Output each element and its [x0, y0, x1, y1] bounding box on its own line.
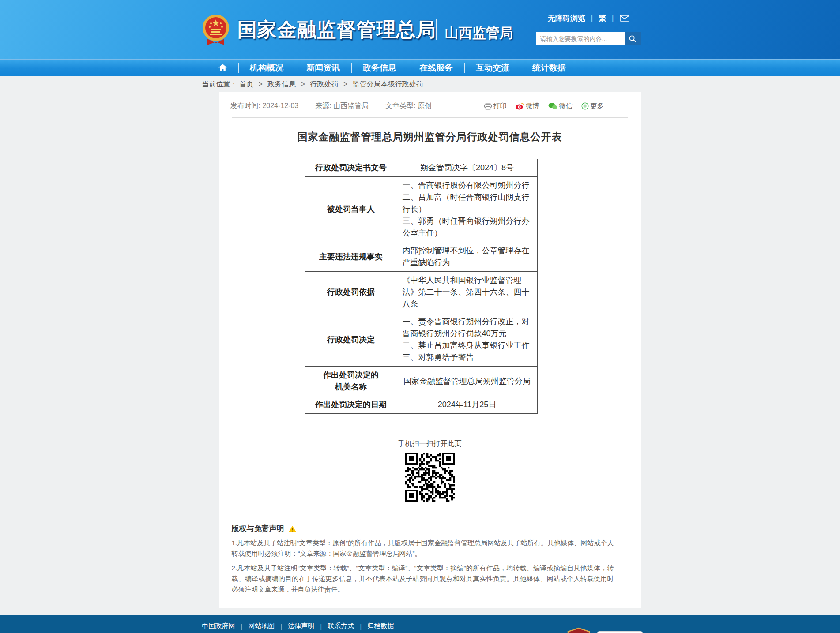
share-wechat-button[interactable]: 微信	[548, 102, 573, 110]
qr-code	[405, 453, 455, 502]
penalty-decision-item: 三、对郭勇给予警告	[403, 352, 532, 363]
penalty-decision-item: 一、责令晋商银行朔州分行改正，对晋商银行朔州分行罚款40万元	[403, 316, 532, 340]
main-nav: 机构概况 新闻资讯 政务信息 在线服务 互动交流 统计数据	[0, 59, 840, 76]
print-button[interactable]: 打印	[484, 102, 507, 110]
nav-item-home[interactable]	[207, 63, 238, 73]
table-row: 行政处罚依据 《中华人民共和国银行业监督管理法》第二十一条、第四十六条、四十八条	[305, 272, 537, 313]
top-links-separator: |	[591, 14, 593, 23]
article-meta: 发布时间: 2024-12-03 来源: 山西监管局 文章类型: 原创 打印	[219, 92, 641, 117]
row-value: 内部控制管理不到位，公章管理存在严重缺陷行为	[397, 242, 537, 272]
footer-separator: |	[280, 622, 282, 630]
footer-link-legal[interactable]: 法律声明	[288, 622, 314, 630]
wechat-label: 微信	[559, 102, 573, 110]
row-label: 行政处罚决定	[305, 313, 397, 367]
nav-item-news[interactable]: 新闻资讯	[295, 63, 351, 73]
plus-circle-icon	[581, 102, 589, 110]
site-error-report-badge[interactable]: 政府网站 找 错	[597, 631, 643, 633]
penalty-decision-item: 二、禁止吕加富终身从事银行业工作	[403, 340, 532, 352]
footer-separator: |	[320, 622, 322, 630]
traditional-chinese-link[interactable]: 繁	[599, 13, 606, 23]
copyright-paragraph-1: 1.凡本站及其子站注明“文章类型：原创”的所有作品，其版权属于国家金融监督管理总…	[232, 538, 614, 559]
nav-item-online-service[interactable]: 在线服务	[408, 63, 464, 73]
weibo-label: 微博	[526, 102, 539, 110]
row-label: 主要违法违规事实	[305, 242, 397, 272]
warning-icon	[288, 525, 297, 532]
accessibility-link[interactable]: 无障碍浏览	[548, 13, 585, 23]
breadcrumb-separator: >	[343, 80, 347, 88]
footer-link-contact[interactable]: 联系方式	[328, 622, 354, 630]
row-value: 朔金管罚决字〔2024〕8号	[397, 159, 537, 177]
breadcrumb-current[interactable]: 监管分局本级行政处罚	[353, 80, 423, 88]
breadcrumb-penalty[interactable]: 行政处罚	[310, 80, 338, 88]
table-row: 行政处罚决定书文号 朔金管罚决字〔2024〕8号	[305, 159, 537, 177]
print-label: 打印	[493, 102, 507, 110]
breadcrumb: 当前位置： 首页 > 政务信息 > 行政处罚 > 监管分局本级行政处罚	[200, 76, 641, 92]
breadcrumb-home[interactable]: 首页	[239, 80, 253, 88]
penalty-table: 行政处罚决定书文号 朔金管罚决字〔2024〕8号 被处罚当事人 一、晋商银行股份…	[305, 159, 538, 414]
nav-item-org-overview[interactable]: 机构概况	[238, 63, 295, 73]
footer-separator: |	[241, 622, 243, 630]
publish-date: 发布时间: 2024-12-03	[230, 101, 299, 111]
nav-item-gov-info[interactable]: 政务信息	[351, 63, 408, 73]
breadcrumb-prefix: 当前位置：	[202, 80, 237, 88]
row-value: 一、责令晋商银行朔州分行改正，对晋商银行朔州分行罚款40万元 二、禁止吕加富终身…	[397, 313, 537, 367]
mail-icon[interactable]	[620, 15, 629, 22]
weibo-icon	[516, 102, 524, 110]
article-source: 来源: 山西监管局	[315, 101, 369, 111]
home-icon	[218, 64, 227, 72]
search-button[interactable]	[625, 32, 641, 45]
footer-link-gov-cn[interactable]: 中国政府网	[202, 622, 235, 630]
copyright-notice: 版权与免责声明 1.凡本站及其子站注明“文章类型：原创”的所有作品，其版权属于国…	[221, 517, 625, 602]
nav-item-statistics[interactable]: 统计数据	[521, 63, 577, 73]
article-card: 发布时间: 2024-12-03 来源: 山西监管局 文章类型: 原创 打印	[219, 92, 641, 608]
top-utility-links: 无障碍浏览 | 繁 |	[548, 13, 629, 23]
penalized-party-item: 三、郭勇（时任晋商银行朔州分行办公室主任）	[403, 215, 532, 239]
site-title: 国家金融监督管理总局	[237, 17, 436, 43]
penalized-party-item: 二、吕加富（时任晋商银行山阴支行行长）	[403, 191, 532, 215]
row-value: 国家金融监督管理总局朔州监管分局	[397, 367, 537, 396]
copyright-paragraph-2: 2.凡本站及其子站注明“文章类型：转载”、“文章类型：编译”、“文章类型：摘编”…	[232, 563, 614, 595]
search-bar	[536, 32, 641, 45]
row-label: 行政处罚决定书文号	[305, 159, 397, 177]
copyright-title: 版权与免责声明	[232, 524, 284, 534]
row-value: 一、晋商银行股份有限公司朔州分行 二、吕加富（时任晋商银行山阴支行行长） 三、郭…	[397, 177, 537, 242]
page-title: 国家金融监督管理总局朔州监管分局行政处罚信息公开表	[219, 130, 641, 144]
row-label: 作出处罚决定的日期	[305, 396, 397, 414]
printer-icon	[484, 103, 492, 110]
top-links-separator: |	[612, 14, 614, 23]
nav-item-interaction[interactable]: 互动交流	[464, 63, 521, 73]
table-row: 作出处罚决定的日期 2024年11月25日	[305, 396, 537, 414]
more-label: 更多	[591, 102, 604, 110]
table-row: 主要违法违规事实 内部控制管理不到位，公章管理存在严重缺陷行为	[305, 242, 537, 272]
meta-divider	[232, 117, 628, 118]
title-divider	[436, 19, 437, 40]
row-value: 2024年11月25日	[397, 396, 537, 414]
qr-caption: 手机扫一扫打开此页	[219, 439, 641, 449]
footer-link-archive[interactable]: 归档数据	[367, 622, 394, 630]
search-icon	[629, 35, 637, 43]
table-row: 作出处罚决定的 机关名称 国家金融监督管理总局朔州监管分局	[305, 367, 537, 396]
row-label: 作出处罚决定的 机关名称	[305, 367, 397, 396]
search-input[interactable]	[536, 32, 625, 45]
footer-separator: |	[360, 622, 362, 630]
footer-link-sitemap[interactable]: 网站地图	[248, 622, 275, 630]
breadcrumb-separator: >	[258, 80, 262, 88]
row-label: 被处罚当事人	[305, 177, 397, 242]
qr-section: 手机扫一扫打开此页	[219, 439, 641, 502]
share-more-button[interactable]: 更多	[581, 102, 604, 110]
site-footer: 中国政府网 | 网站地图 | 法律声明 | 联系方式 | 归档数据 网站标识码:…	[0, 615, 840, 633]
penalized-party-item: 一、晋商银行股份有限公司朔州分行	[403, 180, 532, 191]
row-label: 行政处罚依据	[305, 272, 397, 313]
wechat-icon	[548, 102, 557, 110]
site-header: 国家金融监督管理总局 山西监管局 无障碍浏览 | 繁 |	[0, 0, 840, 59]
table-row: 行政处罚决定 一、责令晋商银行朔州分行改正，对晋商银行朔州分行罚款40万元 二、…	[305, 313, 537, 367]
breadcrumb-separator: >	[301, 80, 305, 88]
table-row: 被处罚当事人 一、晋商银行股份有限公司朔州分行 二、吕加富（时任晋商银行山阴支行…	[305, 177, 537, 242]
bureau-title: 山西监管局	[445, 24, 513, 42]
national-emblem-icon	[201, 12, 230, 46]
article-type: 文章类型: 原创	[385, 101, 432, 111]
party-badge: 党政机关	[567, 627, 591, 633]
row-value: 《中华人民共和国银行业监督管理法》第二十一条、第四十六条、四十八条	[397, 272, 537, 313]
share-weibo-button[interactable]: 微博	[516, 102, 539, 110]
breadcrumb-gov-info[interactable]: 政务信息	[267, 80, 296, 88]
